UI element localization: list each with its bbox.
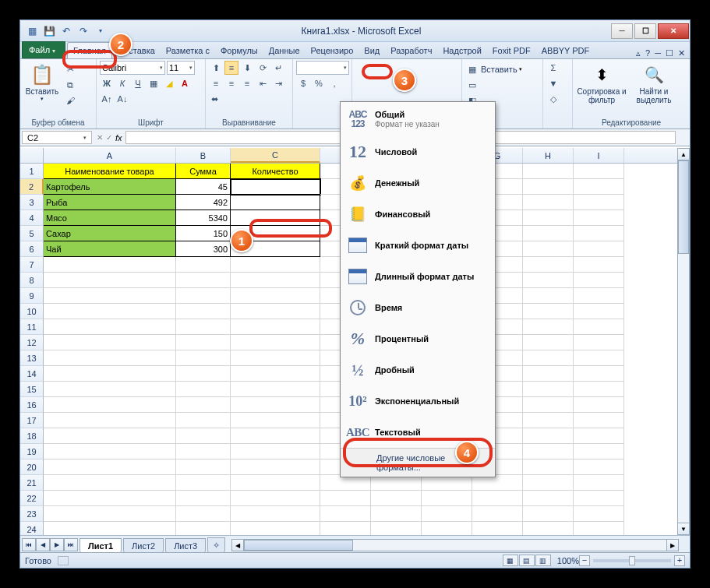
zoom-in-icon[interactable]: +: [674, 555, 685, 566]
cell-B8[interactable]: [176, 273, 231, 288]
row-header-14[interactable]: 14: [20, 366, 44, 382]
merge-icon[interactable]: ⬌: [209, 92, 221, 106]
cell-E21[interactable]: [371, 475, 422, 491]
cell-D22[interactable]: [320, 491, 371, 506]
cell-C24[interactable]: [231, 522, 320, 535]
cell-I11[interactable]: [574, 319, 624, 335]
vertical-scrollbar[interactable]: ▲ ▼: [677, 148, 690, 535]
cell-C2[interactable]: [231, 179, 320, 195]
row-header-7[interactable]: 7: [20, 257, 44, 273]
format-accounting[interactable]: 📒 Финансовый: [341, 199, 495, 230]
cell-B22[interactable]: [176, 491, 231, 506]
sheet-tab-3[interactable]: Лист3: [165, 538, 206, 553]
cell-D23[interactable]: [320, 506, 371, 522]
cell-A3[interactable]: Рыба: [44, 195, 176, 210]
vertical-scroll-thumb[interactable]: [678, 160, 689, 254]
row-header-24[interactable]: 24: [20, 522, 44, 535]
cell-A21[interactable]: [44, 475, 176, 491]
cell-F22[interactable]: [422, 491, 472, 506]
cell-I20[interactable]: [574, 459, 624, 475]
cell-D21[interactable]: [320, 475, 371, 491]
row-header-12[interactable]: 12: [20, 335, 44, 350]
cell-B10[interactable]: [176, 304, 231, 319]
format-fraction[interactable]: ½ Дробный: [341, 354, 495, 386]
cell-B16[interactable]: [176, 397, 231, 413]
cell-B13[interactable]: [176, 350, 231, 366]
zoom-level[interactable]: 100%: [557, 556, 579, 565]
cell-C9[interactable]: [231, 288, 320, 304]
cell-I23[interactable]: [574, 506, 624, 522]
horizontal-scroll-thumb[interactable]: [244, 540, 353, 551]
cell-I8[interactable]: [574, 273, 624, 288]
copy-icon[interactable]: ⧉: [63, 78, 77, 92]
comma-icon[interactable]: ,: [327, 76, 341, 90]
cell-I24[interactable]: [574, 522, 624, 535]
row-header-8[interactable]: 8: [20, 273, 44, 288]
cell-B4[interactable]: 5340: [176, 210, 231, 226]
cell-E23[interactable]: [371, 506, 422, 522]
cell-H21[interactable]: [523, 475, 574, 491]
cell-B1[interactable]: Сумма: [176, 164, 231, 179]
cell-I3[interactable]: [574, 195, 624, 210]
minimize-button[interactable]: ─: [611, 23, 633, 39]
format-short-date[interactable]: Краткий формат даты: [341, 230, 495, 261]
cell-B21[interactable]: [176, 475, 231, 491]
cell-I6[interactable]: [574, 241, 624, 257]
tab-page-layout[interactable]: Разметка с: [161, 43, 215, 58]
cell-A9[interactable]: [44, 288, 176, 304]
tab-foxit[interactable]: Foxit PDF: [487, 43, 536, 58]
cell-B5[interactable]: 150: [176, 226, 231, 241]
cell-C17[interactable]: [231, 413, 320, 428]
cell-A16[interactable]: [44, 397, 176, 413]
cell-A23[interactable]: [44, 506, 176, 522]
orientation-icon[interactable]: ⟳: [256, 61, 270, 75]
wrap-text-icon[interactable]: ↵: [271, 61, 285, 75]
cell-D24[interactable]: [320, 522, 371, 535]
font-color-icon[interactable]: A: [178, 76, 192, 90]
sort-filter-button[interactable]: ⬍ Сортировка и фильтр: [576, 61, 627, 104]
cell-H19[interactable]: [523, 444, 574, 459]
format-time[interactable]: Время: [341, 292, 495, 323]
percent-icon[interactable]: %: [312, 76, 326, 90]
cell-B14[interactable]: [176, 366, 231, 382]
format-currency[interactable]: 💰 Денежный: [341, 167, 495, 199]
find-select-button[interactable]: 🔍 Найти и выделить: [630, 61, 678, 104]
cell-C14[interactable]: [231, 366, 320, 382]
fill-icon[interactable]: ▼: [546, 76, 560, 90]
cell-A5[interactable]: Сахар: [44, 226, 176, 241]
cell-A10[interactable]: [44, 304, 176, 319]
cell-A20[interactable]: [44, 459, 176, 475]
delete-cells-icon[interactable]: ▭: [465, 78, 479, 92]
cell-A24[interactable]: [44, 522, 176, 535]
cell-H17[interactable]: [523, 413, 574, 428]
paste-button[interactable]: 📋 Вставить ▾: [23, 61, 61, 102]
cell-A2[interactable]: Картофель: [44, 179, 176, 195]
cell-I16[interactable]: [574, 397, 624, 413]
cell-I17[interactable]: [574, 413, 624, 428]
align-right-icon[interactable]: ≡: [240, 76, 254, 90]
cell-H13[interactable]: [523, 350, 574, 366]
cell-B20[interactable]: [176, 459, 231, 475]
align-bottom-icon[interactable]: ⬇: [240, 61, 254, 75]
col-header-B[interactable]: B: [176, 148, 231, 163]
cell-H7[interactable]: [523, 257, 574, 273]
row-header-17[interactable]: 17: [20, 413, 44, 428]
help-icon[interactable]: ?: [645, 48, 650, 58]
tab-abbyy[interactable]: ABBYY PDF: [536, 43, 595, 58]
format-scientific[interactable]: 10² Экспоненциальный: [341, 386, 495, 417]
row-headers[interactable]: 123456789101112131415161718192021222324: [20, 164, 44, 535]
cell-G24[interactable]: [472, 522, 523, 535]
qat-more-icon[interactable]: ▾: [94, 24, 108, 38]
redo-icon[interactable]: ↷: [76, 24, 90, 38]
cell-B19[interactable]: [176, 444, 231, 459]
format-percent[interactable]: % Процентный: [341, 323, 495, 354]
tab-data[interactable]: Данные: [263, 43, 306, 58]
row-header-16[interactable]: 16: [20, 397, 44, 413]
cell-A13[interactable]: [44, 350, 176, 366]
row-header-11[interactable]: 11: [20, 319, 44, 335]
doc-minimize-icon[interactable]: ─: [655, 48, 661, 58]
cell-H1[interactable]: [523, 164, 574, 179]
cell-C4[interactable]: [231, 210, 320, 226]
undo-icon[interactable]: ↶: [59, 24, 73, 38]
col-header-I[interactable]: I: [574, 148, 624, 163]
